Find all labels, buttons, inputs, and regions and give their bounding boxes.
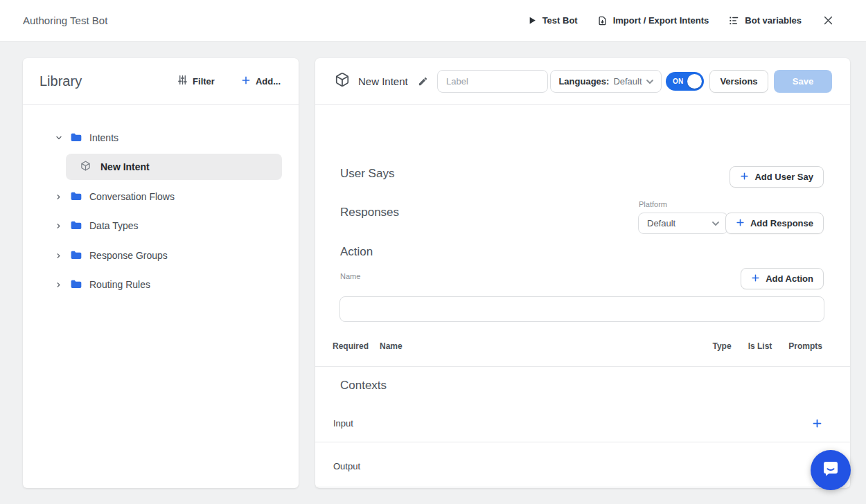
action-name-input[interactable] <box>339 296 824 322</box>
variables-icon <box>728 15 739 26</box>
intent-title: New Intent <box>358 75 408 87</box>
filter-label: Filter <box>193 76 215 87</box>
intent-editor-body: User Says Add User Say Responses Platfor… <box>315 105 850 488</box>
intent-editor-panel: New Intent Languages: Default ON Version… <box>315 58 850 488</box>
section-divider <box>315 442 850 442</box>
chat-bubble-icon <box>821 459 840 481</box>
chevron-right-icon <box>54 252 63 260</box>
import-export-label: Import / Export Intents <box>613 15 709 26</box>
toggle-on-label: ON <box>673 78 684 85</box>
tree-label: Conversation Flows <box>89 191 175 202</box>
chat-launcher-button[interactable] <box>811 450 851 490</box>
chevron-right-icon <box>54 193 63 201</box>
column-prompts: Prompts <box>788 341 822 351</box>
languages-value: Default <box>613 76 642 87</box>
plus-icon <box>736 218 745 229</box>
chevron-down-icon <box>54 134 63 142</box>
add-response-button[interactable]: Add Response <box>725 213 824 234</box>
bot-title: Authoring Test Bot <box>23 15 107 26</box>
platform-select[interactable]: Default <box>638 213 728 234</box>
tree-label: Routing Rules <box>89 279 150 290</box>
plus-icon <box>241 75 251 87</box>
add-button[interactable]: Add... <box>241 75 281 87</box>
context-output-row: Output <box>333 452 825 480</box>
close-icon[interactable] <box>822 15 834 26</box>
user-says-heading: User Says <box>340 167 394 181</box>
languages-label: Languages: <box>558 76 609 87</box>
library-title: Library <box>39 73 177 89</box>
section-divider <box>315 366 850 367</box>
toggle-knob <box>687 74 702 89</box>
plus-icon <box>740 172 749 183</box>
sidebar-item-conversation-flows[interactable]: Conversation Flows <box>54 186 175 207</box>
folder-icon <box>71 220 82 232</box>
caret-down-icon <box>646 76 653 87</box>
import-export-intents-button[interactable]: Import / Export Intents <box>597 15 709 26</box>
column-is-list: Is List <box>748 341 772 351</box>
play-icon <box>528 16 537 25</box>
library-panel: Library Filter Add... Intents New Intent <box>23 58 299 488</box>
topbar-actions: Test Bot Import / Export Intents Bot var… <box>528 15 834 26</box>
label-input[interactable] <box>437 70 548 93</box>
enabled-toggle[interactable]: ON <box>666 72 704 91</box>
sidebar-item-new-intent[interactable]: New Intent <box>66 154 282 180</box>
add-response-label: Add Response <box>750 218 813 228</box>
bot-variables-label: Bot variables <box>745 15 802 26</box>
intent-editor-header: New Intent Languages: Default ON Version… <box>315 58 850 105</box>
tree-label: Response Groups <box>89 250 168 261</box>
sidebar-item-routing-rules[interactable]: Routing Rules <box>54 274 150 295</box>
column-name: Name <box>380 341 403 351</box>
add-user-say-label: Add User Say <box>754 172 813 182</box>
filter-icon <box>177 75 188 87</box>
import-export-icon <box>597 15 608 26</box>
versions-button[interactable]: Versions <box>709 70 768 93</box>
add-input-context-icon[interactable] <box>809 415 825 431</box>
intent-cube-icon <box>335 72 350 90</box>
context-input-label: Input <box>333 418 353 429</box>
action-heading: Action <box>340 245 373 259</box>
tree-label: Data Types <box>89 220 139 231</box>
tree-label: New Intent <box>100 161 150 172</box>
add-label: Add... <box>256 76 281 87</box>
tree-label: Intents <box>89 132 118 143</box>
responses-heading: Responses <box>340 206 399 219</box>
folder-icon <box>71 279 82 291</box>
edit-pencil-icon[interactable] <box>418 76 428 87</box>
filter-button[interactable]: Filter <box>177 75 215 87</box>
intent-cube-icon <box>80 161 91 173</box>
sidebar-item-intents[interactable]: Intents <box>54 127 118 148</box>
languages-dropdown[interactable]: Languages: Default <box>550 70 662 93</box>
topbar: Authoring Test Bot Test Bot Import / Exp… <box>0 0 866 42</box>
plus-icon <box>751 273 760 285</box>
save-button[interactable]: Save <box>774 70 832 93</box>
platform-label: Platform <box>639 200 667 208</box>
platform-value: Default <box>647 218 675 228</box>
folder-icon <box>71 132 82 144</box>
contexts-heading: Contexts <box>340 379 387 393</box>
slots-table-header: Required Name Type Is List Prompts <box>333 341 822 351</box>
versions-label: Versions <box>720 76 757 87</box>
chevron-right-icon <box>54 281 63 289</box>
test-bot-label: Test Bot <box>542 15 578 26</box>
folder-icon <box>71 191 82 203</box>
bot-variables-button[interactable]: Bot variables <box>728 15 802 26</box>
add-action-button[interactable]: Add Action <box>741 268 824 289</box>
save-label: Save <box>793 76 813 87</box>
context-input-row: Input <box>333 409 825 437</box>
context-output-label: Output <box>333 461 360 471</box>
library-header: Library Filter Add... <box>23 58 299 105</box>
section-divider <box>315 487 850 487</box>
folder-icon <box>71 250 82 262</box>
action-name-label: Name <box>340 272 360 280</box>
add-user-say-button[interactable]: Add User Say <box>730 166 824 188</box>
caret-down-icon <box>712 218 719 228</box>
column-required: Required <box>333 341 380 351</box>
sidebar-item-data-types[interactable]: Data Types <box>54 215 139 236</box>
sidebar-item-response-groups[interactable]: Response Groups <box>54 245 168 266</box>
chevron-right-icon <box>54 222 63 230</box>
add-action-label: Add Action <box>766 273 813 284</box>
test-bot-button[interactable]: Test Bot <box>528 15 578 26</box>
column-type: Type <box>713 341 732 351</box>
